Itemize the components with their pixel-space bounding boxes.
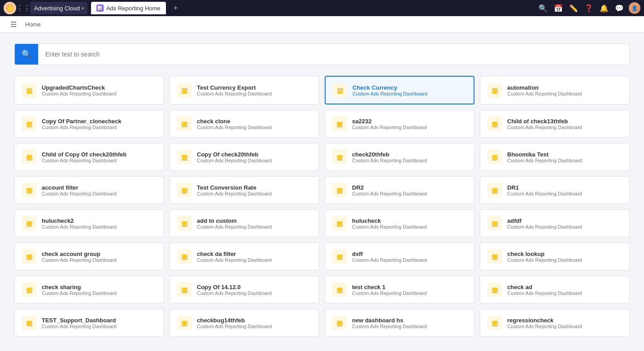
dashboard-card[interactable]: ▦ dsff Custom Ads Reporting Dashboard xyxy=(325,243,474,270)
card-icon-wrap: ▦ xyxy=(487,83,502,97)
card-subtitle: Custom Ads Reporting Dashboard xyxy=(197,290,272,296)
card-icon-wrap: ▦ xyxy=(177,316,191,330)
dashboard-card[interactable]: ▦ check sharing Custom Ads Reporting Das… xyxy=(14,276,164,303)
card-icon-wrap: ▦ xyxy=(22,282,36,297)
add-tab-button[interactable]: + xyxy=(170,2,182,14)
dashboard-card[interactable]: ▦ Bhoomika Test Custom Ads Reporting Das… xyxy=(480,143,630,171)
card-info: hulucheck Custom Ads Reporting Dashboard xyxy=(352,217,427,230)
card-info: UpgradedChartsCheck Custom Ads Reporting… xyxy=(42,84,117,96)
apps-grid-icon[interactable]: ⋮⋮ xyxy=(18,3,29,13)
dashboard-card[interactable]: ▦ DR2 Custom Ads Reporting Dashboard xyxy=(325,176,474,204)
card-icon-wrap: ▦ xyxy=(22,216,36,230)
card-subtitle: Custom Ads Reporting Dashboard xyxy=(197,324,272,329)
search-button-icon: 🔍 xyxy=(22,49,31,59)
card-subtitle: Custom Ads Reporting Dashboard xyxy=(42,324,117,329)
help-icon[interactable]: ❓ xyxy=(583,2,595,14)
search-input[interactable] xyxy=(38,51,629,58)
card-icon-wrap: ▦ xyxy=(487,183,502,197)
card-info: check20thfeb Custom Ads Reporting Dashbo… xyxy=(352,151,427,163)
edit-icon[interactable]: ✏️ xyxy=(568,2,579,14)
dashboard-icon: ▦ xyxy=(26,252,33,261)
dashboard-card[interactable]: ▦ hulucheck2 Custom Ads Reporting Dashbo… xyxy=(14,209,164,237)
card-subtitle: Custom Ads Reporting Dashboard xyxy=(352,191,427,196)
card-icon-wrap: ▦ xyxy=(177,183,191,197)
dashboard-icon: ▦ xyxy=(492,153,498,161)
card-subtitle: Custom Ads Reporting Dashboard xyxy=(507,257,582,263)
card-icon-wrap: ▦ xyxy=(332,150,347,164)
dashboard-card[interactable]: ▦ DR1 Custom Ads Reporting Dashboard xyxy=(480,176,630,204)
dashboard-card[interactable]: ▦ Copy Of Partner_clonecheck Custom Ads … xyxy=(14,110,164,138)
card-subtitle: Custom Ads Reporting Dashboard xyxy=(197,191,272,196)
dashboard-icon: ▦ xyxy=(181,252,188,261)
card-title: Test Conversion Rate xyxy=(197,184,272,191)
dashboard-card[interactable]: ▦ Test Currency Export Custom Ads Report… xyxy=(170,76,319,104)
dashboard-card[interactable]: ▦ test check 1 Custom Ads Reporting Dash… xyxy=(325,276,474,303)
dashboard-card[interactable]: ▦ check account group Custom Ads Reporti… xyxy=(14,243,164,270)
dashboard-card[interactable]: ▦ check da filter Custom Ads Reporting D… xyxy=(170,243,319,270)
dashboard-icon: ▦ xyxy=(492,120,498,128)
active-tab[interactable]: 📊 Ads Reporting Home xyxy=(91,2,166,14)
hamburger-menu[interactable]: ☰ xyxy=(9,20,18,29)
dashboard-card[interactable]: ▦ account filter Custom Ads Reporting Da… xyxy=(14,176,164,204)
dashboard-card[interactable]: ▦ checkbug14thfeb Custom Ads Reporting D… xyxy=(170,309,319,337)
dashboard-card[interactable]: ▦ Test Conversion Rate Custom Ads Report… xyxy=(170,176,319,204)
dashboard-card[interactable]: ▦ Child of check13thfeb Custom Ads Repor… xyxy=(480,110,630,138)
card-info: Bhoomika Test Custom Ads Reporting Dashb… xyxy=(507,151,582,163)
notifications-icon[interactable]: 🔔 xyxy=(598,2,610,14)
search-icon[interactable]: 🔍 xyxy=(537,2,549,14)
card-icon-wrap: ▦ xyxy=(487,249,502,264)
card-title: hulucheck2 xyxy=(42,217,117,224)
card-title: DR1 xyxy=(507,184,582,191)
card-info: dsff Custom Ads Reporting Dashboard xyxy=(352,251,427,263)
dashboard-card[interactable]: ▦ UpgradedChartsCheck Custom Ads Reporti… xyxy=(14,76,164,104)
card-subtitle: Custom Ads Reporting Dashboard xyxy=(197,91,272,96)
card-icon-wrap: ▦ xyxy=(332,216,347,230)
card-info: Check Currency Custom Ads Reporting Dash… xyxy=(352,84,427,96)
search-button[interactable]: 🔍 xyxy=(15,44,38,65)
card-title: Check Currency xyxy=(352,84,427,91)
dashboard-card[interactable]: ▦ check ad Custom Ads Reporting Dashboar… xyxy=(480,276,630,303)
card-subtitle: Custom Ads Reporting Dashboard xyxy=(507,224,582,230)
brand-switcher[interactable]: Advertising Cloud ▾ xyxy=(30,2,87,14)
chat-icon[interactable]: 💬 xyxy=(614,2,625,14)
card-info: hulucheck2 Custom Ads Reporting Dashboar… xyxy=(42,217,117,230)
card-info: regressioncheck Custom Ads Reporting Das… xyxy=(507,317,582,329)
card-icon-wrap: ▦ xyxy=(177,216,191,230)
dashboard-card[interactable]: ▦ Check Currency Custom Ads Reporting Da… xyxy=(325,76,474,104)
dashboard-card[interactable]: ▦ add to custom Custom Ads Reporting Das… xyxy=(170,209,319,237)
dashboard-icon: ▦ xyxy=(181,219,188,228)
dashboard-card[interactable]: ▦ hulucheck Custom Ads Reporting Dashboa… xyxy=(325,209,474,237)
card-icon-wrap: ▦ xyxy=(332,183,347,197)
dashboard-icon: ▦ xyxy=(492,186,498,195)
card-title: account filter xyxy=(42,184,117,191)
tab-label: Ads Reporting Home xyxy=(106,5,161,12)
dashboard-card[interactable]: ▦ check clone Custom Ads Reporting Dashb… xyxy=(170,110,319,138)
dashboard-card[interactable]: ▦ adfdf Custom Ads Reporting Dashboard xyxy=(480,209,630,237)
brand-chevron-icon: ▾ xyxy=(82,6,84,11)
dashboard-card[interactable]: ▦ Copy Of check20thfeb Custom Ads Report… xyxy=(170,143,319,171)
dashboard-card[interactable]: ▦ automation Custom Ads Reporting Dashbo… xyxy=(480,76,630,104)
dashboard-card[interactable]: ▦ check20thfeb Custom Ads Reporting Dash… xyxy=(325,143,474,171)
dashboard-card[interactable]: ▦ new dashboard hs Custom Ads Reporting … xyxy=(325,309,474,337)
dashboard-card[interactable]: ▦ Child of Copy Of check20thfeb Custom A… xyxy=(14,143,164,171)
card-info: account filter Custom Ads Reporting Dash… xyxy=(42,184,117,196)
dashboard-card[interactable]: ▦ check lookup Custom Ads Reporting Dash… xyxy=(480,243,630,270)
card-icon-wrap: ▦ xyxy=(332,249,347,264)
user-avatar[interactable]: 👤 xyxy=(629,2,640,14)
dashboard-card[interactable]: ▦ regressioncheck Custom Ads Reporting D… xyxy=(480,309,630,337)
card-title: Child of check13thfeb xyxy=(507,118,582,125)
dashboard-card[interactable]: ▦ sa2232 Custom Ads Reporting Dashboard xyxy=(325,110,474,138)
dashboard-card[interactable]: ▦ TEST_Support_Dashboard Custom Ads Repo… xyxy=(14,309,164,337)
dashboard-card[interactable]: ▦ Copy Of 14.12.0 Custom Ads Reporting D… xyxy=(170,276,319,303)
card-icon-wrap: ▦ xyxy=(22,316,36,330)
card-info: test check 1 Custom Ads Reporting Dashbo… xyxy=(352,284,427,296)
card-info: check ad Custom Ads Reporting Dashboard xyxy=(507,284,582,296)
card-title: checkbug14thfeb xyxy=(197,317,272,324)
dashboard-icon: ▦ xyxy=(26,153,33,161)
calendar-icon[interactable]: 📅 xyxy=(553,2,564,14)
card-title: dsff xyxy=(352,251,427,257)
card-info: Child of check13thfeb Custom Ads Reporti… xyxy=(507,118,582,130)
breadcrumb-home[interactable]: Home xyxy=(25,21,41,28)
card-info: add to custom Custom Ads Reporting Dashb… xyxy=(197,217,272,230)
card-info: Test Conversion Rate Custom Ads Reportin… xyxy=(197,184,272,196)
